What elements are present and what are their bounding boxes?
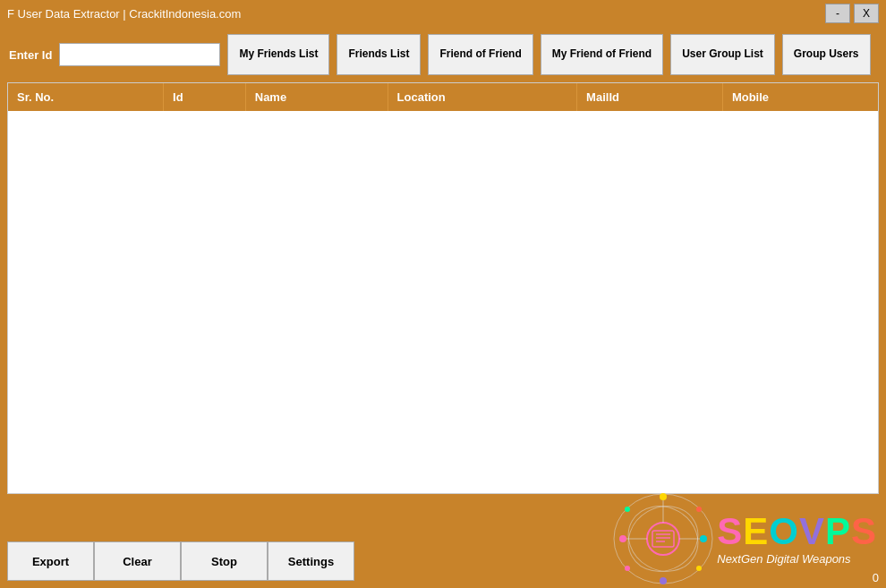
table-header-row: Sr. No. Id Name Location MailId Mobile (8, 83, 878, 111)
svg-rect-4 (652, 531, 674, 547)
friend-of-friend-btn[interactable]: Friend of Friend (428, 34, 532, 75)
logo-brand-text: SEOVPS (717, 513, 877, 550)
data-table: Sr. No. Id Name Location MailId Mobile (8, 83, 878, 111)
my-friend-of-friend-btn[interactable]: My Friend of Friend (541, 34, 663, 75)
enter-id-input[interactable] (59, 43, 220, 66)
app-title: F User Data Extractor | CrackitIndonesia… (7, 7, 241, 21)
friends-list-btn[interactable]: Friends List (337, 34, 421, 75)
group-users-btn[interactable]: Group Users (782, 34, 871, 75)
data-table-container: Sr. No. Id Name Location MailId Mobile (7, 82, 879, 494)
svg-point-10 (700, 535, 707, 542)
col-location: Location (388, 83, 577, 111)
user-group-list-btn[interactable]: User Group List (670, 34, 775, 75)
close-button[interactable]: X (854, 4, 879, 23)
col-mobile: Mobile (722, 83, 878, 111)
svg-point-14 (625, 566, 630, 571)
settings-btn[interactable]: Settings (268, 541, 354, 581)
logo-decoration (609, 490, 717, 588)
svg-point-12 (625, 507, 630, 512)
svg-point-8 (619, 535, 626, 542)
col-name: Name (245, 83, 388, 111)
minimize-button[interactable]: - (825, 4, 850, 23)
stop-btn[interactable]: Stop (181, 541, 268, 581)
enter-id-label: Enter Id (9, 48, 52, 62)
counter-display: 0 (873, 571, 879, 584)
logo-text-block: SEOVPS NextGen Digital Weapons (717, 513, 877, 566)
my-friends-list-btn[interactable]: My Friends List (227, 34, 329, 75)
logo-tagline: NextGen Digital Weapons (717, 552, 877, 566)
bottom-bar: Export Clear Stop Settings (0, 534, 886, 588)
svg-point-15 (696, 566, 702, 571)
export-btn[interactable]: Export (7, 541, 94, 581)
window-controls: - X (825, 4, 879, 23)
logo-area: SEOVPS NextGen Digital Weapons (537, 490, 877, 588)
col-id: Id (164, 83, 246, 111)
col-mailid: MailId (577, 83, 723, 111)
top-controls: Enter Id My Friends List Friends List Fr… (0, 27, 886, 82)
col-sr-no: Sr. No. (8, 83, 164, 111)
svg-point-9 (660, 493, 667, 500)
svg-point-11 (660, 577, 667, 584)
bottom-buttons: Export Clear Stop Settings (7, 541, 354, 581)
clear-btn[interactable]: Clear (94, 541, 181, 581)
title-bar: F User Data Extractor | CrackitIndonesia… (0, 0, 886, 27)
svg-point-13 (696, 507, 702, 512)
